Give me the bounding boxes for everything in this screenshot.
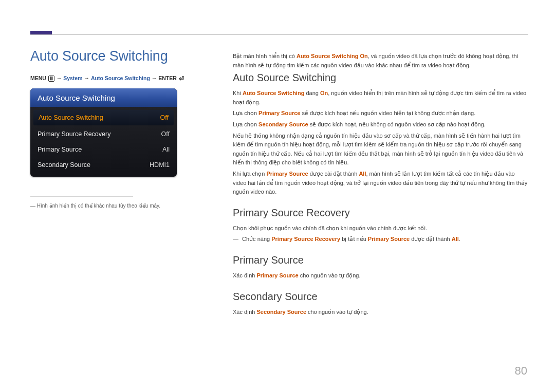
highlight: On bbox=[320, 90, 328, 96]
text: Xác định bbox=[233, 272, 256, 278]
highlight: All bbox=[359, 171, 366, 177]
paragraph: Khi lựa chọn Primary Source được cài đặt… bbox=[233, 170, 528, 197]
osd-panel: Auto Source Switching Auto Source Switch… bbox=[30, 88, 177, 177]
text: . bbox=[459, 236, 460, 242]
text: sẽ được kích hoạt nếu nguồn video hiện t… bbox=[300, 110, 475, 116]
osd-row-value: Off bbox=[161, 130, 170, 138]
footnote-dash: ― bbox=[30, 203, 37, 209]
section-heading: Auto Source Switching bbox=[233, 72, 528, 84]
text: Khi bbox=[233, 90, 243, 96]
breadcrumb-path2: Auto Source Switching bbox=[91, 75, 150, 81]
accent-bar bbox=[30, 31, 52, 34]
highlight: Primary Source bbox=[266, 171, 308, 177]
menu-breadcrumb: MENU Ⅲ → System → Auto Source Switching … bbox=[30, 74, 200, 82]
text: Chức năng bbox=[242, 236, 271, 242]
osd-row-primary-source[interactable]: Primary Source All bbox=[30, 142, 177, 157]
highlight: Secondary Source bbox=[258, 121, 308, 127]
page-title: Auto Source Switching bbox=[30, 48, 200, 64]
footnote-rule bbox=[30, 196, 133, 197]
osd-row-label: Secondary Source bbox=[38, 161, 90, 169]
text: Khi lựa chọn bbox=[233, 171, 266, 177]
paragraph: Khi Auto Source Switching đang On, nguồn… bbox=[233, 89, 528, 107]
page-number: 80 bbox=[515, 364, 527, 378]
paragraph: Lựa chọn Primary Source sẽ được kích hoạ… bbox=[233, 109, 528, 118]
enter-icon: ⏎ bbox=[179, 76, 184, 81]
paragraph: Xác định Secondary Source cho nguồn vào … bbox=[233, 308, 528, 317]
osd-row-value: HDMI1 bbox=[150, 161, 170, 169]
text: Xác định bbox=[233, 309, 256, 315]
header-rule bbox=[30, 34, 528, 35]
breadcrumb-path1: System bbox=[63, 75, 82, 81]
menu-icon: Ⅲ bbox=[48, 76, 54, 82]
highlight: Primary Source bbox=[256, 272, 298, 278]
note-dash: ― bbox=[233, 236, 238, 242]
breadcrumb-menu: MENU bbox=[30, 75, 46, 81]
right-column: Bật màn hình hiển thị có Auto Source Swi… bbox=[233, 52, 528, 327]
highlight: Primary Source bbox=[368, 236, 410, 242]
osd-row-auto-source-switching[interactable]: Auto Source Switching Off bbox=[33, 110, 174, 125]
intro-paragraph: Bật màn hình hiển thị có Auto Source Swi… bbox=[233, 52, 528, 70]
section-primary-source: Primary Source Xác định Primary Source c… bbox=[233, 254, 528, 281]
text: cho nguồn vào tự động. bbox=[299, 272, 361, 278]
text: được cài đặt thành bbox=[308, 171, 359, 177]
text: Lựa chọn bbox=[233, 121, 258, 127]
osd-row-label: Primary Source bbox=[38, 146, 82, 153]
section-heading: Primary Source Recovery bbox=[233, 207, 528, 219]
section-heading: Primary Source bbox=[233, 254, 528, 266]
footnote-text: Hình ảnh hiển thị có thể khác nhau tùy t… bbox=[37, 203, 160, 209]
highlight: Primary Source Recovery bbox=[271, 236, 340, 242]
breadcrumb-sep: → bbox=[152, 75, 158, 81]
highlight: Secondary Source bbox=[256, 309, 306, 315]
osd-row-secondary-source[interactable]: Secondary Source HDMI1 bbox=[30, 157, 177, 173]
text: bị tắt nếu bbox=[340, 236, 368, 242]
section-heading: Secondary Source bbox=[233, 291, 528, 303]
paragraph: Nếu hệ thống không nhận dạng cả nguồn tí… bbox=[233, 132, 528, 167]
text: đang bbox=[304, 90, 320, 96]
osd-row-value: Off bbox=[160, 114, 169, 121]
highlight: Auto Source Switching On bbox=[297, 53, 368, 59]
breadcrumb-sep: → bbox=[57, 75, 63, 81]
note: ― Chức năng Primary Source Recovery bị t… bbox=[233, 235, 528, 244]
osd-row-primary-source-recovery[interactable]: Primary Source Recovery Off bbox=[30, 126, 177, 142]
highlight: Primary Source bbox=[258, 110, 300, 116]
osd-header: Auto Source Switching bbox=[30, 88, 177, 107]
text: sẽ được kích hoạt, nếu không có nguồn vi… bbox=[308, 121, 486, 127]
footnote: ― Hình ảnh hiển thị có thể khác nhau tùy… bbox=[30, 202, 200, 210]
highlight: Auto Source Switching bbox=[243, 90, 304, 96]
text: được đặt thành bbox=[410, 236, 452, 242]
breadcrumb-sep: → bbox=[84, 75, 90, 81]
section-secondary-source: Secondary Source Xác định Secondary Sour… bbox=[233, 291, 528, 317]
osd-row-value: All bbox=[162, 146, 170, 153]
text: Bật màn hình hiển thị có bbox=[233, 53, 297, 59]
paragraph: Xác định Primary Source cho nguồn vào tự… bbox=[233, 271, 528, 281]
paragraph: Chọn khôi phục nguồn vào chính đã chọn k… bbox=[233, 224, 528, 233]
text: Lựa chọn bbox=[233, 110, 258, 116]
highlight: All bbox=[452, 236, 459, 242]
osd-row-label: Primary Source Recovery bbox=[38, 130, 110, 138]
section-primary-source-recovery: Primary Source Recovery Chọn khôi phục n… bbox=[233, 207, 528, 244]
paragraph: Lựa chọn Secondary Source sẽ được kích h… bbox=[233, 120, 528, 129]
breadcrumb-enter: ENTER bbox=[158, 75, 177, 81]
osd-row-label: Auto Source Switching bbox=[39, 114, 103, 121]
text: cho nguồn vào tự động. bbox=[306, 309, 368, 315]
section-auto-source-switching: Auto Source Switching Khi Auto Source Sw… bbox=[233, 72, 528, 197]
left-column: Auto Source Switching MENU Ⅲ → System → … bbox=[30, 48, 200, 210]
